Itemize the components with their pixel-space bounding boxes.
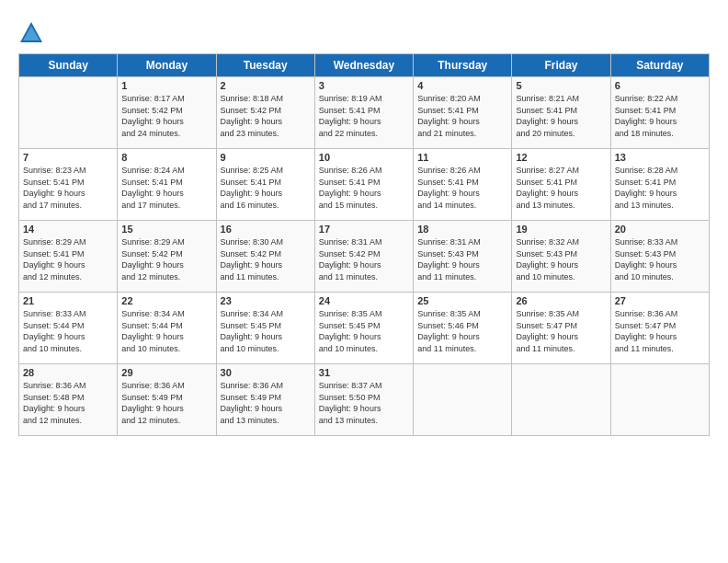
calendar-cell: 16Sunrise: 8:30 AM Sunset: 5:42 PM Dayli…: [216, 221, 314, 293]
week-row-3: 14Sunrise: 8:29 AM Sunset: 5:41 PM Dayli…: [19, 221, 710, 293]
day-info: Sunrise: 8:23 AM Sunset: 5:41 PM Dayligh…: [23, 165, 113, 211]
day-info: Sunrise: 8:34 AM Sunset: 5:45 PM Dayligh…: [221, 308, 311, 354]
day-number: 9: [221, 152, 311, 163]
day-number: 4: [417, 80, 507, 91]
day-info: Sunrise: 8:19 AM Sunset: 5:41 PM Dayligh…: [319, 93, 409, 139]
day-info: Sunrise: 8:33 AM Sunset: 5:44 PM Dayligh…: [23, 308, 113, 354]
day-info: Sunrise: 8:36 AM Sunset: 5:49 PM Dayligh…: [121, 380, 211, 426]
header-cell-monday: Monday: [118, 54, 216, 77]
calendar-cell: 12Sunrise: 8:27 AM Sunset: 5:41 PM Dayli…: [512, 149, 610, 221]
day-info: Sunrise: 8:31 AM Sunset: 5:42 PM Dayligh…: [319, 236, 409, 282]
day-number: 22: [121, 295, 211, 306]
day-info: Sunrise: 8:30 AM Sunset: 5:42 PM Dayligh…: [221, 236, 311, 282]
header: [18, 17, 710, 46]
calendar-cell: [19, 77, 118, 149]
calendar-table: SundayMondayTuesdayWednesdayThursdayFrid…: [18, 53, 710, 436]
day-info: Sunrise: 8:17 AM Sunset: 5:42 PM Dayligh…: [121, 93, 211, 139]
calendar-cell: [610, 364, 709, 436]
day-number: 13: [615, 152, 705, 163]
calendar-cell: [414, 364, 512, 436]
calendar-cell: 7Sunrise: 8:23 AM Sunset: 5:41 PM Daylig…: [19, 149, 118, 221]
calendar-cell: 1Sunrise: 8:17 AM Sunset: 5:42 PM Daylig…: [118, 77, 216, 149]
logo: [18, 20, 48, 46]
day-info: Sunrise: 8:29 AM Sunset: 5:42 PM Dayligh…: [121, 236, 211, 282]
calendar-cell: 21Sunrise: 8:33 AM Sunset: 5:44 PM Dayli…: [19, 293, 118, 364]
day-number: 15: [121, 224, 211, 235]
week-row-1: 1Sunrise: 8:17 AM Sunset: 5:42 PM Daylig…: [19, 77, 710, 149]
day-info: Sunrise: 8:18 AM Sunset: 5:42 PM Dayligh…: [221, 93, 311, 139]
day-info: Sunrise: 8:29 AM Sunset: 5:41 PM Dayligh…: [23, 236, 113, 282]
day-number: 19: [516, 224, 606, 235]
day-info: Sunrise: 8:37 AM Sunset: 5:50 PM Dayligh…: [319, 380, 409, 426]
calendar-cell: 10Sunrise: 8:26 AM Sunset: 5:41 PM Dayli…: [314, 149, 413, 221]
day-info: Sunrise: 8:36 AM Sunset: 5:47 PM Dayligh…: [615, 308, 705, 354]
day-number: 27: [615, 295, 705, 306]
day-number: 5: [516, 80, 606, 91]
day-info: Sunrise: 8:26 AM Sunset: 5:41 PM Dayligh…: [417, 165, 507, 211]
calendar-cell: 9Sunrise: 8:25 AM Sunset: 5:41 PM Daylig…: [216, 149, 314, 221]
day-number: 6: [615, 80, 705, 91]
day-number: 16: [221, 224, 311, 235]
calendar-cell: 28Sunrise: 8:36 AM Sunset: 5:48 PM Dayli…: [19, 364, 118, 436]
day-number: 30: [221, 367, 311, 378]
day-number: 8: [121, 152, 211, 163]
day-number: 26: [516, 295, 606, 306]
day-info: Sunrise: 8:31 AM Sunset: 5:43 PM Dayligh…: [417, 236, 507, 282]
day-info: Sunrise: 8:28 AM Sunset: 5:41 PM Dayligh…: [615, 165, 705, 211]
calendar-cell: 4Sunrise: 8:20 AM Sunset: 5:41 PM Daylig…: [414, 77, 512, 149]
calendar-cell: 25Sunrise: 8:35 AM Sunset: 5:46 PM Dayli…: [414, 293, 512, 364]
day-info: Sunrise: 8:33 AM Sunset: 5:43 PM Dayligh…: [615, 236, 705, 282]
day-number: 2: [221, 80, 311, 91]
day-number: 3: [319, 80, 409, 91]
calendar-cell: 3Sunrise: 8:19 AM Sunset: 5:41 PM Daylig…: [314, 77, 413, 149]
day-number: 25: [417, 295, 507, 306]
day-info: Sunrise: 8:21 AM Sunset: 5:41 PM Dayligh…: [516, 93, 606, 139]
day-number: 23: [221, 295, 311, 306]
day-info: Sunrise: 8:27 AM Sunset: 5:41 PM Dayligh…: [516, 165, 606, 211]
day-info: Sunrise: 8:26 AM Sunset: 5:41 PM Dayligh…: [319, 165, 409, 211]
week-row-5: 28Sunrise: 8:36 AM Sunset: 5:48 PM Dayli…: [19, 364, 710, 436]
day-info: Sunrise: 8:36 AM Sunset: 5:48 PM Dayligh…: [23, 380, 113, 426]
day-info: Sunrise: 8:34 AM Sunset: 5:44 PM Dayligh…: [121, 308, 211, 354]
header-cell-saturday: Saturday: [610, 54, 709, 77]
day-number: 31: [319, 367, 409, 378]
day-number: 10: [319, 152, 409, 163]
header-cell-thursday: Thursday: [414, 54, 512, 77]
day-info: Sunrise: 8:35 AM Sunset: 5:45 PM Dayligh…: [319, 308, 409, 354]
day-info: Sunrise: 8:35 AM Sunset: 5:47 PM Dayligh…: [516, 308, 606, 354]
day-info: Sunrise: 8:22 AM Sunset: 5:41 PM Dayligh…: [615, 93, 705, 139]
calendar-cell: 17Sunrise: 8:31 AM Sunset: 5:42 PM Dayli…: [314, 221, 413, 293]
day-number: 28: [23, 367, 113, 378]
calendar-body: 1Sunrise: 8:17 AM Sunset: 5:42 PM Daylig…: [19, 77, 710, 436]
calendar-cell: 6Sunrise: 8:22 AM Sunset: 5:41 PM Daylig…: [610, 77, 709, 149]
calendar-cell: 8Sunrise: 8:24 AM Sunset: 5:41 PM Daylig…: [118, 149, 216, 221]
day-number: 21: [23, 295, 113, 306]
day-number: 12: [516, 152, 606, 163]
day-info: Sunrise: 8:24 AM Sunset: 5:41 PM Dayligh…: [121, 165, 211, 211]
day-number: 29: [121, 367, 211, 378]
calendar-cell: 18Sunrise: 8:31 AM Sunset: 5:43 PM Dayli…: [414, 221, 512, 293]
header-cell-tuesday: Tuesday: [216, 54, 314, 77]
day-number: 17: [319, 224, 409, 235]
calendar-cell: 2Sunrise: 8:18 AM Sunset: 5:42 PM Daylig…: [216, 77, 314, 149]
day-number: 7: [23, 152, 113, 163]
day-info: Sunrise: 8:35 AM Sunset: 5:46 PM Dayligh…: [417, 308, 507, 354]
calendar-cell: 14Sunrise: 8:29 AM Sunset: 5:41 PM Dayli…: [19, 221, 118, 293]
logo-icon: [18, 20, 44, 46]
calendar-cell: 30Sunrise: 8:36 AM Sunset: 5:49 PM Dayli…: [216, 364, 314, 436]
header-row: SundayMondayTuesdayWednesdayThursdayFrid…: [19, 54, 710, 77]
calendar-cell: 31Sunrise: 8:37 AM Sunset: 5:50 PM Dayli…: [314, 364, 413, 436]
page: SundayMondayTuesdayWednesdayThursdayFrid…: [0, 0, 728, 563]
calendar-cell: 24Sunrise: 8:35 AM Sunset: 5:45 PM Dayli…: [314, 293, 413, 364]
calendar-cell: 11Sunrise: 8:26 AM Sunset: 5:41 PM Dayli…: [414, 149, 512, 221]
calendar-cell: 5Sunrise: 8:21 AM Sunset: 5:41 PM Daylig…: [512, 77, 610, 149]
day-number: 11: [417, 152, 507, 163]
calendar-cell: 22Sunrise: 8:34 AM Sunset: 5:44 PM Dayli…: [118, 293, 216, 364]
header-cell-friday: Friday: [512, 54, 610, 77]
calendar-cell: 15Sunrise: 8:29 AM Sunset: 5:42 PM Dayli…: [118, 221, 216, 293]
day-info: Sunrise: 8:32 AM Sunset: 5:43 PM Dayligh…: [516, 236, 606, 282]
calendar-cell: 26Sunrise: 8:35 AM Sunset: 5:47 PM Dayli…: [512, 293, 610, 364]
calendar-cell: [512, 364, 610, 436]
calendar-cell: 29Sunrise: 8:36 AM Sunset: 5:49 PM Dayli…: [118, 364, 216, 436]
header-cell-sunday: Sunday: [19, 54, 118, 77]
